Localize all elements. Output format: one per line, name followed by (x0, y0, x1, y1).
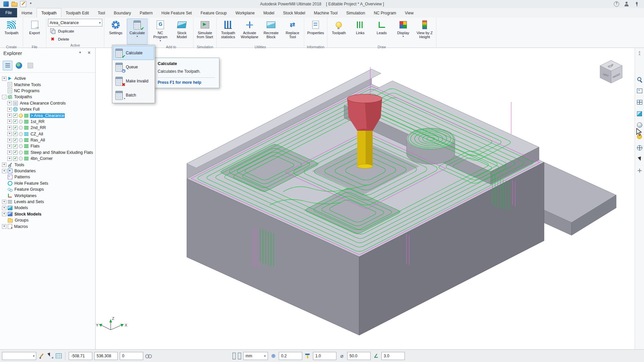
delete-button[interactable]: Delete (48, 36, 102, 43)
toolpath-statistics-button[interactable]: Toolpath statistics (218, 18, 238, 45)
y-coordinate-field[interactable]: 536.308 (94, 352, 118, 360)
grid-toggle-icon[interactable] (56, 353, 62, 359)
view-cube[interactable]: TOP LEFT FRONT (600, 60, 622, 83)
cursor-tool-icon[interactable] (47, 353, 54, 359)
properties-button[interactable]: Properties (305, 18, 326, 45)
tree-item-4bn-corner[interactable]: +✔4bn_Corner (0, 156, 95, 162)
tree-item-tools[interactable]: +Tools (0, 162, 95, 168)
tooltip-help-link[interactable]: Press F1 for more help (158, 77, 215, 85)
tab-home[interactable]: Home (17, 8, 37, 17)
tab-file[interactable]: File (0, 8, 17, 17)
tab-view[interactable]: View (400, 8, 418, 17)
checkbox-icon[interactable]: ✔ (13, 144, 17, 148)
recreate-block-button[interactable]: Recreate Block (261, 18, 281, 45)
tab-tool[interactable]: Tool (93, 8, 109, 17)
expander-icon[interactable]: + (2, 169, 6, 173)
tab-workplane[interactable]: Workplane (231, 8, 259, 17)
inactive-view-icon-button[interactable] (25, 61, 35, 70)
toolpath-button[interactable]: Toolpath (328, 18, 349, 45)
tree-item-feature-groups[interactable]: Feature Groups (0, 186, 95, 192)
cursor-select-icon-button[interactable] (636, 156, 644, 163)
x-coordinate-field[interactable]: -508.71 (69, 352, 92, 360)
expander-icon[interactable]: + (7, 101, 12, 105)
tree-item-area-clearance[interactable]: +✔> Area_Clearance (0, 112, 95, 118)
expander-icon[interactable]: + (7, 150, 12, 155)
units-select[interactable]: mm ▾ (243, 352, 268, 360)
angle-field[interactable]: 3.0 (381, 352, 405, 360)
checkbox-icon[interactable]: ✔ (13, 132, 17, 136)
tree-item-steep-and-shallow-exluding-flats[interactable]: +✔Steep and Shallow Exluding Flats (0, 149, 95, 156)
view-by-z-height-button[interactable]: View by Z Height (414, 18, 435, 45)
multi-view-icon-button[interactable] (636, 99, 644, 106)
qat-menu-icon[interactable] (29, 1, 34, 7)
activate-workplane-button[interactable]: Activate Workplane (239, 18, 260, 45)
tab-toolpath-edit[interactable]: Toolpath Edit (61, 8, 93, 17)
snap-icon-button[interactable] (636, 167, 644, 174)
viewport-canvas[interactable]: TOP LEFT FRONT Z X Y (95, 48, 635, 350)
expander-icon[interactable]: + (2, 200, 6, 204)
toolpath-button[interactable]: Toolpath (1, 18, 22, 45)
sketch-icon[interactable] (20, 1, 26, 7)
tree-item-flats[interactable]: +✔Flats (0, 143, 95, 149)
thickness-field[interactable]: 1.0 (313, 352, 336, 360)
tree-item-models[interactable]: +Models (0, 205, 95, 211)
wireframe-globe-icon-button[interactable] (636, 144, 644, 152)
viewport-3d[interactable]: TOP LEFT FRONT Z X Y (95, 48, 635, 350)
expander-icon[interactable]: + (7, 119, 12, 124)
bulb-icon[interactable] (19, 144, 23, 148)
expander-icon[interactable]: + (7, 138, 12, 142)
expander-icon[interactable]: + (7, 144, 12, 148)
tree-item-nc-programs[interactable]: NC Programs (0, 88, 95, 94)
bulb-icon[interactable] (19, 126, 23, 130)
tree-item-macros[interactable]: +Macros (0, 223, 95, 229)
tolerance-field[interactable]: 0.2 (279, 352, 302, 360)
tree-item-1st-rr[interactable]: +✔1st_RR (0, 119, 95, 125)
tree-item-levels-and-sets[interactable]: +Levels and Sets (0, 199, 95, 205)
active-toolpath-select[interactable]: Area_Clearance▾ (48, 19, 102, 26)
expander-icon[interactable]: + (2, 224, 6, 229)
expander-icon[interactable]: + (7, 157, 12, 161)
tree-item-active[interactable]: +Active (0, 75, 95, 81)
z-coordinate-field[interactable]: 0 (120, 352, 143, 360)
bulb-icon[interactable] (19, 120, 23, 124)
ruler-depth-icon[interactable] (238, 353, 241, 359)
tree-item-2nd-rr[interactable]: +✔2nd_RR (0, 125, 95, 131)
tree-item-vortex-full[interactable]: +Vortex Full (0, 106, 95, 112)
status-combo[interactable]: ▾ (2, 352, 36, 360)
tab-stock-model[interactable]: Stock Model (279, 8, 310, 17)
tree-item-toolpaths[interactable]: -Toolpaths (0, 94, 95, 100)
expander-icon[interactable]: - (2, 95, 6, 99)
leads-button[interactable]: Leads (371, 18, 392, 45)
tool-diameter-field[interactable]: 50.0 (347, 352, 371, 360)
expander-icon[interactable]: + (2, 206, 6, 210)
expander-icon[interactable]: + (2, 163, 6, 167)
expander-icon[interactable]: + (2, 212, 6, 216)
tree-item-groups[interactable]: Groups (0, 217, 95, 223)
replace-tool-button[interactable]: Replace Tool (282, 18, 303, 45)
globe-view-icon-button[interactable] (14, 61, 24, 70)
checkbox-icon[interactable]: ✔ (13, 138, 17, 142)
expander-icon[interactable]: + (7, 126, 12, 130)
bulb-icon[interactable] (19, 138, 23, 142)
stock-model-button[interactable]: Stock Model (171, 18, 192, 45)
bulb-icon[interactable] (19, 132, 23, 136)
bulb-icon[interactable] (19, 114, 23, 118)
expander-icon[interactable]: + (7, 132, 12, 136)
tree-item-cz-all[interactable]: +✔CZ_All (0, 131, 95, 137)
checkbox-icon[interactable]: ✔ (13, 113, 17, 118)
tab-toolpath[interactable]: Toolpath (37, 8, 61, 18)
tree-item-stock-models[interactable]: +Stock Models (0, 211, 95, 217)
tab-boundary[interactable]: Boundary (109, 8, 135, 17)
menu-item-queue[interactable]: ◷Queue (113, 60, 154, 74)
menu-item-batch[interactable]: ◔Batch (113, 88, 154, 102)
tab-machine-tool[interactable]: Machine Tool (310, 8, 342, 17)
open-folder-icon[interactable] (11, 3, 17, 7)
export-button[interactable]: Export (24, 18, 45, 45)
tab-simulation[interactable]: Simulation (342, 8, 369, 17)
links-button[interactable]: Links (350, 18, 371, 45)
settings-button[interactable]: Settings (105, 18, 126, 45)
pencil-icon[interactable] (38, 353, 45, 359)
zoom-icon-button[interactable] (636, 76, 644, 83)
bulb-icon[interactable] (19, 150, 23, 155)
shaded-view-icon-button[interactable] (636, 121, 644, 129)
